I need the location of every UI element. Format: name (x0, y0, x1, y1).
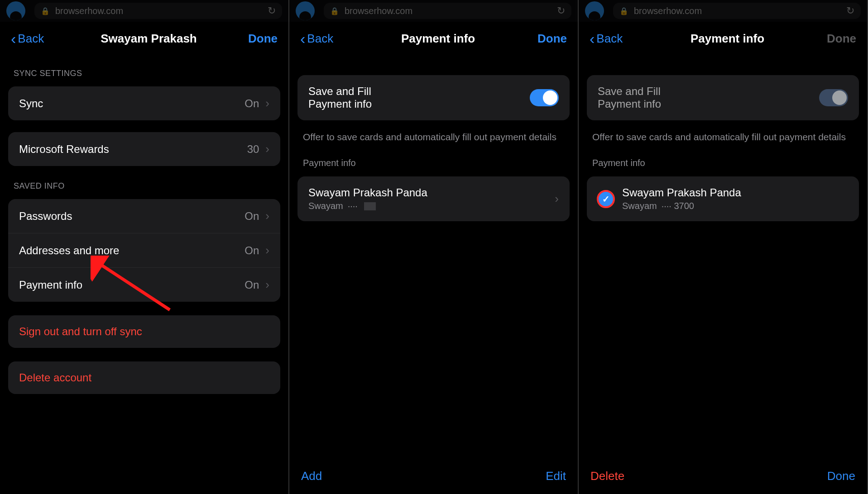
saved-card-item: Swayam Prakash Panda Swayam ···· › (297, 176, 570, 221)
chevron-right-icon: › (265, 96, 269, 110)
chevron-right-icon: › (265, 278, 269, 292)
nav-header: ‹ Back Payment info Done (579, 22, 867, 55)
saved-info-card: Passwords On › Addresses and more On › P… (8, 199, 280, 302)
done-button-disabled: Done (827, 32, 856, 45)
payment-sheet-edit: ‹ Back Payment info Done Save and Fill P… (579, 22, 867, 494)
page-title: Payment info (691, 32, 764, 46)
page-title: Payment info (401, 32, 475, 46)
nav-header: ‹ Back Payment info Done (289, 22, 578, 55)
row-sign-out[interactable]: Sign out and turn off sync (8, 315, 280, 348)
chevron-left-icon: ‹ (11, 31, 16, 46)
row-payment-info[interactable]: Payment info On › (8, 267, 280, 302)
bottom-toolbar: Delete Done (579, 459, 867, 494)
lock-icon: 🔒 (330, 7, 339, 15)
lock-icon: 🔒 (619, 7, 628, 15)
helper-text: Offer to save cards and automatically fi… (579, 122, 867, 146)
url-text: browserhow.com (345, 6, 412, 16)
payment-sheet: ‹ Back Payment info Done Save and Fill P… (289, 22, 578, 494)
reload-icon[interactable]: ↻ (268, 5, 276, 17)
url-box[interactable]: 🔒 browserhow.com ↻ (324, 3, 571, 19)
reload-icon[interactable]: ↻ (557, 5, 565, 17)
profile-avatar[interactable] (6, 1, 25, 20)
edit-button[interactable]: Edit (546, 469, 566, 483)
redacted-block-icon (364, 202, 376, 210)
done-bottom-button[interactable]: Done (827, 469, 855, 483)
sync-card: Sync On › (8, 86, 280, 120)
bottom-toolbar: Add Edit (289, 459, 578, 494)
row-save-fill-toggle[interactable]: Save and Fill Payment info (297, 75, 570, 120)
url-box[interactable]: 🔒 browserhow.com ↻ (613, 3, 861, 19)
row-delete-account[interactable]: Delete account (8, 361, 280, 394)
panel-account-settings: 🔒 browserhow.com ↻ ‹ Back Swayam Prakash… (0, 0, 289, 494)
lock-icon: 🔒 (41, 7, 50, 15)
back-button[interactable]: ‹ Back (300, 31, 364, 46)
chevron-left-icon: ‹ (300, 31, 305, 46)
rewards-card: Microsoft Rewards 30 › (8, 132, 280, 166)
section-header-payment: Payment info (579, 146, 867, 175)
row-save-fill-toggle[interactable]: Save and Fill Payment info (587, 75, 859, 120)
save-fill-card: Save and Fill Payment info (587, 75, 859, 120)
signout-card: Sign out and turn off sync (8, 315, 280, 348)
chevron-right-icon: › (265, 243, 269, 257)
reload-icon[interactable]: ↻ (846, 5, 854, 17)
row-rewards[interactable]: Microsoft Rewards 30 › (8, 132, 280, 166)
done-button[interactable]: Done (537, 32, 567, 45)
toggle-save-fill-dim[interactable] (819, 89, 848, 106)
toggle-save-fill[interactable] (530, 89, 559, 106)
browser-bar: 🔒 browserhow.com ↻ (289, 0, 578, 22)
url-text: browserhow.com (634, 6, 702, 16)
helper-text: Offer to save cards and automatically fi… (289, 122, 578, 146)
settings-sheet: ‹ Back Swayam Prakash Done SYNC SETTINGS… (0, 22, 288, 494)
chevron-right-icon: › (265, 209, 269, 223)
row-addresses[interactable]: Addresses and more On › (8, 233, 280, 267)
url-box[interactable]: 🔒 browserhow.com ↻ (34, 3, 282, 19)
url-text: browserhow.com (55, 6, 123, 16)
back-button[interactable]: ‹ Back (11, 31, 74, 46)
save-fill-card: Save and Fill Payment info (297, 75, 570, 120)
chevron-right-icon: › (265, 142, 269, 156)
saved-card-item-selectable: ✓ Swayam Prakash Panda Swayam ···· 3700 (587, 176, 859, 221)
panel-payment-info: 🔒 browserhow.com ↻ ‹ Back Payment info D… (289, 0, 579, 494)
back-button[interactable]: ‹ Back (590, 31, 653, 46)
row-card-entry[interactable]: Swayam Prakash Panda Swayam ···· › (297, 176, 570, 221)
done-button[interactable]: Done (248, 32, 278, 45)
row-passwords[interactable]: Passwords On › (8, 199, 280, 233)
browser-bar: 🔒 browserhow.com ↻ (0, 0, 288, 22)
row-card-entry-select[interactable]: ✓ Swayam Prakash Panda Swayam ···· 3700 (587, 176, 859, 221)
row-sync[interactable]: Sync On › (8, 86, 280, 120)
chevron-left-icon: ‹ (590, 31, 595, 46)
delete-button[interactable]: Delete (590, 469, 624, 483)
profile-avatar[interactable] (296, 1, 315, 20)
profile-avatar[interactable] (585, 1, 604, 20)
page-title: Swayam Prakash (101, 32, 197, 46)
section-header-saved: SAVED INFO (0, 168, 288, 197)
browser-bar: 🔒 browserhow.com ↻ (579, 0, 867, 22)
panel-payment-info-edit: 🔒 browserhow.com ↻ ‹ Back Payment info D… (579, 0, 868, 494)
chevron-right-icon: › (555, 192, 559, 206)
section-header-payment: Payment info (289, 146, 578, 175)
section-header-sync: SYNC SETTINGS (0, 55, 288, 85)
nav-header: ‹ Back Swayam Prakash Done (0, 22, 288, 55)
add-button[interactable]: Add (301, 469, 322, 483)
delete-account-card: Delete account (8, 361, 280, 394)
checkmark-selected-icon[interactable]: ✓ (598, 191, 614, 207)
